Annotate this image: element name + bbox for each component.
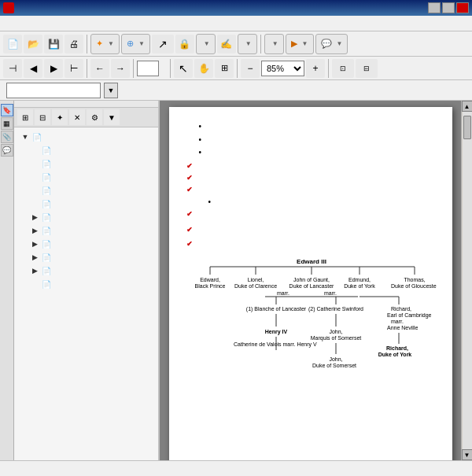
combine-button[interactable]: ⊕ ▼ xyxy=(121,34,150,54)
bookmark-page-icon-index: 📄 xyxy=(41,279,52,290)
close-button[interactable] xyxy=(456,2,469,13)
menu-comments[interactable] xyxy=(47,22,57,25)
bookmark-item-part5[interactable]: ▶ 📄 xyxy=(14,264,158,278)
find-dropdown-button[interactable]: ▼ xyxy=(104,83,118,98)
toggle-part3[interactable]: ▶ xyxy=(30,238,39,249)
create-button[interactable]: ✦ ▼ xyxy=(90,34,120,54)
pdf-henryvii-1: ✔ xyxy=(186,224,437,235)
forms-button[interactable]: ▼ xyxy=(264,34,284,54)
bookmark-item-root[interactable]: ▼ 📄 xyxy=(14,131,158,144)
bookmark-item-part2[interactable]: ▶ 📄 xyxy=(14,224,158,238)
richard-york-label: Richard, xyxy=(385,345,407,352)
bookmark-item-intro[interactable]: ▶ 📄 xyxy=(14,197,158,211)
bookmark-item-glance[interactable]: ▶ 📄 xyxy=(14,171,158,184)
export-button[interactable]: ↗ xyxy=(152,35,174,54)
maximize-button[interactable] xyxy=(442,2,455,13)
secure-button[interactable]: ▼ xyxy=(196,34,216,54)
toggle-part1[interactable]: ▶ xyxy=(30,212,39,223)
forward-button[interactable]: → xyxy=(111,59,130,78)
toggle-part4[interactable]: ▶ xyxy=(30,252,39,263)
last-page-button[interactable]: ⊢ xyxy=(65,59,83,78)
bookmark-properties-button[interactable]: ⚙ xyxy=(87,109,102,125)
scroll-up-button[interactable]: ▲ xyxy=(462,101,473,112)
bookmark-item-index[interactable]: ▶ 📄 xyxy=(14,278,158,291)
richard-label2: Earl of Cambridge xyxy=(387,312,432,319)
window-controls[interactable] xyxy=(428,2,469,13)
lock-button[interactable]: 🔒 xyxy=(175,35,194,54)
john-marquis-label2: Marquis of Somerset xyxy=(310,335,361,341)
new-bookmark-button[interactable]: ✦ xyxy=(52,109,68,125)
toggle-part5[interactable]: ▶ xyxy=(30,265,39,276)
marr1-label: marr. xyxy=(277,290,289,296)
bookmark-item-part1[interactable]: ▶ 📄 xyxy=(14,211,158,224)
sign-button[interactable]: ▼ xyxy=(238,34,257,54)
richard-marr: marr. xyxy=(391,319,404,324)
menu-window[interactable] xyxy=(91,22,101,25)
delete-bookmark-button[interactable]: ✕ xyxy=(69,109,85,125)
cursor-tool-button[interactable]: ↖ xyxy=(174,59,193,78)
hand-tool-button[interactable]: ✋ xyxy=(194,59,213,78)
panel-toolbar: ⊞ ⊟ ✦ ✕ ⚙ ▼ xyxy=(14,108,158,127)
sep1 xyxy=(87,35,87,54)
bookmark-page-icon-part3: 📄 xyxy=(41,239,52,250)
menu-forms[interactable] xyxy=(58,22,68,25)
menu-edit[interactable] xyxy=(14,22,24,25)
scroll-thumb[interactable] xyxy=(463,116,471,139)
scroll-track[interactable] xyxy=(463,112,472,449)
open-file-button[interactable]: 📂 xyxy=(24,35,42,54)
pdf-scrollbar: ▲ ▼ xyxy=(461,101,472,460)
scroll-down-button[interactable]: ▼ xyxy=(462,449,473,460)
attachments-tab-icon[interactable]: 📎 xyxy=(1,131,13,143)
monarchs-section: ✔ ✔ ✔ • ✔ xyxy=(186,161,437,220)
john-gaunt-label2: Duke of Lancaster xyxy=(289,283,334,289)
bookmark-page-icon-about: 📄 xyxy=(41,146,52,157)
pdf-line-wife2: • xyxy=(186,135,437,146)
back-button[interactable]: ← xyxy=(90,59,109,78)
john-duke-label2: Duke of Somerset xyxy=(312,363,356,368)
bookmark-item-toc[interactable]: ▶ 📄 xyxy=(14,184,158,197)
actual-size-button[interactable]: ⊡ xyxy=(332,59,354,78)
page-number-input[interactable] xyxy=(137,61,159,76)
save-button[interactable]: 💾 xyxy=(44,35,63,54)
zoom-in-button[interactable]: + xyxy=(306,59,325,78)
next-page-button[interactable]: ▶ xyxy=(44,59,63,78)
bookmark-item-part3[interactable]: ▶ 📄 xyxy=(14,238,158,251)
forms-dropdown-icon: ▼ xyxy=(272,40,278,47)
comments-tab-icon[interactable]: 💬 xyxy=(1,144,13,157)
minimize-button[interactable] xyxy=(428,2,441,13)
new-file-button[interactable]: 📄 xyxy=(3,35,22,54)
bookmark-page-icon-intro: 📄 xyxy=(41,199,52,210)
marquee-zoom-button[interactable]: ⊞ xyxy=(215,59,234,78)
expand-all-button[interactable]: ⊞ xyxy=(17,109,33,125)
multimedia-button[interactable]: ▶ ▼ xyxy=(286,34,314,54)
lionel-label2: Duke of Clarence xyxy=(234,283,276,289)
bookmark-options-button[interactable]: ▼ xyxy=(104,109,120,125)
collapse-all-button[interactable]: ⊟ xyxy=(35,109,50,125)
bookmarks-tab-icon[interactable]: 🔖 xyxy=(1,104,13,116)
toggle-part2[interactable]: ▶ xyxy=(30,225,39,236)
menu-tools[interactable] xyxy=(69,22,79,25)
bookmark-item-acknowledgements[interactable]: ▶ 📄 xyxy=(14,157,158,171)
zoom-select[interactable]: 85% 100% 75% xyxy=(261,61,304,76)
pages-tab-icon[interactable]: ▦ xyxy=(1,117,13,130)
menu-document[interactable] xyxy=(36,22,46,25)
menu-view[interactable] xyxy=(25,22,35,25)
menu-file[interactable] xyxy=(3,22,13,25)
fit-page-button[interactable]: ⊟ xyxy=(356,59,378,78)
catherine-label: (2) Catherine Swinford xyxy=(308,306,363,312)
bookmark-item-about[interactable]: ▶ 📄 xyxy=(14,144,158,157)
prev-page-button[interactable]: ◀ xyxy=(24,59,42,78)
menu-advanced[interactable] xyxy=(80,22,90,25)
comment-button[interactable]: 💬 ▼ xyxy=(315,34,348,54)
find-input[interactable] xyxy=(6,83,101,98)
edmund-label: Edmund, xyxy=(348,277,370,282)
menu-help[interactable] xyxy=(102,22,112,25)
zoom-out-button[interactable]: − xyxy=(241,59,260,78)
sign-icon-btn[interactable]: ✍ xyxy=(217,35,236,54)
status-bar xyxy=(0,460,472,476)
bookmark-item-part4[interactable]: ▶ 📄 xyxy=(14,251,158,264)
toolbar-main: 📄 📂 💾 🖨 ✦ ▼ ⊕ ▼ ↗ 🔒 ▼ ✍ ▼ ▼ ▶ ▼ 💬 ▼ xyxy=(0,31,472,57)
print-button[interactable]: 🖨 xyxy=(65,35,83,54)
first-page-button[interactable]: ⊣ xyxy=(3,59,22,78)
toggle-root[interactable]: ▼ xyxy=(20,131,30,142)
